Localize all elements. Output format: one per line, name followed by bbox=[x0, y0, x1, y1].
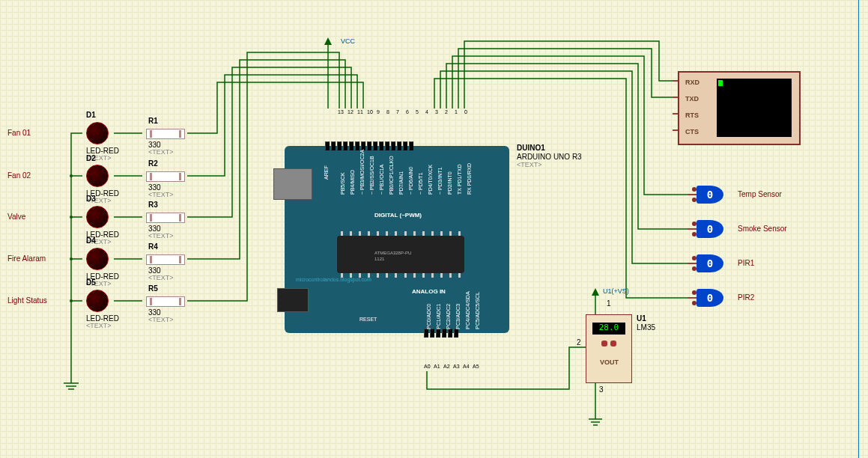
logic-smoke[interactable]: 0 bbox=[696, 220, 723, 238]
svg-point-17 bbox=[70, 174, 73, 177]
led-d5-ref: D5 bbox=[86, 278, 96, 287]
terminal-rxd: RXD bbox=[685, 79, 699, 86]
analog-pin-A2: A2 bbox=[443, 364, 450, 369]
virtual-terminal[interactable]: RXD TXD RTS CTS bbox=[678, 71, 801, 145]
resistor-r2[interactable] bbox=[146, 171, 191, 182]
r3-ref: R3 bbox=[148, 201, 158, 209]
digital-pin-0: 0 bbox=[464, 109, 467, 114]
led-d2-ref: D2 bbox=[86, 154, 96, 162]
vcc-label: VCC bbox=[341, 37, 355, 45]
label-fan02: Fan 02 bbox=[7, 171, 31, 180]
analog-pin-A5: A5 bbox=[473, 364, 479, 369]
svg-marker-5 bbox=[592, 288, 599, 296]
svg-point-20 bbox=[70, 299, 73, 302]
digital-pin-alt-13: RX PD0/RXD bbox=[467, 163, 472, 195]
terminal-screen bbox=[717, 79, 792, 137]
digital-pin-6: 6 bbox=[406, 109, 409, 114]
usb-port bbox=[273, 168, 312, 200]
chip-num: 1121 bbox=[374, 257, 384, 261]
atmega-chip: ATMEGA328P-PU 1121 bbox=[337, 236, 464, 273]
digital-pin-2: 2 bbox=[445, 109, 448, 114]
digital-pin-alt-9: PD4/T0/XCK bbox=[428, 165, 433, 195]
digital-pin-10: 10 bbox=[367, 109, 373, 114]
r3-text: <TEXT> bbox=[148, 232, 174, 239]
led-d5-text: <TEXT> bbox=[86, 322, 112, 329]
lm35-name: LM35 bbox=[637, 323, 655, 332]
digital-pin-1: 1 bbox=[455, 109, 458, 114]
digital-pin-alt-11: PD2/INT0 bbox=[447, 171, 452, 195]
label-valve: Valve bbox=[7, 213, 25, 221]
analog-pin-alt-0: PC0/ADC0 bbox=[426, 304, 431, 329]
analog-pin-alt-5: PC5/ADC5/SCL bbox=[475, 292, 480, 329]
digital-pin-5: 5 bbox=[416, 109, 419, 114]
label-pir2: PIR2 bbox=[738, 293, 754, 302]
r1-ref: R1 bbox=[148, 117, 158, 125]
lm35-pin1: 1 bbox=[607, 299, 611, 308]
analog-pin-A3: A3 bbox=[453, 364, 460, 369]
terminal-cursor bbox=[718, 80, 723, 86]
aref-label: AREF bbox=[324, 165, 329, 180]
arduino-digital-title: DIGITAL (~PWM) bbox=[374, 212, 422, 219]
analog-pin-A1: A1 bbox=[434, 364, 440, 369]
label-light-status: Light Status bbox=[7, 296, 47, 305]
led-d1[interactable] bbox=[86, 122, 109, 144]
digital-pin-alt-10: ~ PD3/INT1 bbox=[437, 167, 443, 195]
r2-text: <TEXT> bbox=[148, 191, 174, 198]
chip-label: ATMEGA328P-PU bbox=[374, 251, 411, 255]
led-d3[interactable] bbox=[86, 206, 109, 228]
logic-pir1[interactable]: 0 bbox=[696, 254, 723, 272]
resistor-r3[interactable] bbox=[146, 213, 191, 223]
lm35-btn-up[interactable] bbox=[601, 341, 607, 346]
digital-pin-alt-4: ~ PB1/OC1A bbox=[379, 165, 384, 195]
lm35-vout-label: VOUT bbox=[600, 358, 619, 366]
arduino-analog-title: ANALOG IN bbox=[412, 288, 446, 295]
analog-pin-alt-3: PC3/ADC3 bbox=[455, 304, 461, 329]
analog-pin-A0: A0 bbox=[424, 364, 431, 369]
led-d5[interactable] bbox=[86, 290, 109, 312]
lm35-pin2: 2 bbox=[577, 338, 581, 346]
r1-text: <TEXT> bbox=[148, 148, 174, 156]
digital-pin-alt-3: ~ PB2/SS/OC1B bbox=[369, 156, 374, 195]
digital-pin-8: 8 bbox=[386, 109, 389, 114]
logic-temp[interactable]: 0 bbox=[696, 186, 723, 204]
resistor-r5[interactable] bbox=[146, 296, 191, 307]
arduino-credit: microcontrolandos.blogspot.com bbox=[296, 277, 371, 282]
digital-pin-3: 3 bbox=[435, 109, 438, 114]
led-d4-ref: D4 bbox=[86, 236, 96, 245]
digital-pin-alt-2: ~ PB3/MOSI/OC2A bbox=[359, 150, 365, 195]
resistor-r1[interactable] bbox=[146, 129, 191, 139]
schematic-canvas[interactable]: Fan 01 Fan 02 Valve Fire Alaram Light St… bbox=[0, 0, 868, 458]
terminal-cts: CTS bbox=[685, 128, 699, 135]
analog-pin-alt-2: PC2/ADC2 bbox=[446, 304, 451, 329]
lm35-btn-down[interactable] bbox=[610, 341, 616, 346]
digital-pin-alt-5: PB0/ICP1/CLKO bbox=[389, 156, 394, 195]
r5-text: <TEXT> bbox=[148, 316, 174, 323]
logic-pir2[interactable]: 0 bbox=[696, 289, 723, 307]
digital-pin-12: 12 bbox=[347, 109, 353, 114]
digital-pin-7: 7 bbox=[396, 109, 399, 114]
label-pir1: PIR1 bbox=[738, 259, 754, 267]
digital-pin-alt-0: PB5/SCK bbox=[340, 172, 345, 195]
digital-pin-alt-7: ~ PD6/AIN0 bbox=[408, 167, 413, 195]
lm35-sensor[interactable]: 28.0 VOUT bbox=[586, 314, 632, 383]
r2-ref: R2 bbox=[148, 159, 158, 168]
led-d2[interactable] bbox=[86, 165, 109, 187]
led-d1-ref: D1 bbox=[86, 111, 96, 119]
label-smoke-sensor: Smoke Sensor bbox=[738, 225, 787, 233]
digital-pin-alt-1: PB4/MISO bbox=[350, 170, 355, 195]
arduino-text: <TEXT> bbox=[517, 161, 542, 168]
lm35-display: 28.0 bbox=[592, 323, 625, 335]
arduino-reset: RESET bbox=[359, 317, 377, 322]
label-temp-sensor: Temp Sensor bbox=[738, 190, 782, 198]
r5-ref: R5 bbox=[148, 284, 158, 293]
digital-pin-4: 4 bbox=[425, 109, 428, 114]
lm35-ref: U1 bbox=[637, 314, 646, 323]
arduino-digital-header bbox=[325, 141, 413, 150]
r4-ref: R4 bbox=[148, 242, 158, 251]
lm35-pin3: 3 bbox=[599, 385, 604, 394]
terminal-rts: RTS bbox=[685, 112, 699, 119]
resistor-r4[interactable] bbox=[146, 254, 191, 265]
power-jack bbox=[277, 288, 309, 312]
lm35-net: U1(+VS) bbox=[603, 287, 629, 295]
led-d4[interactable] bbox=[86, 248, 109, 270]
